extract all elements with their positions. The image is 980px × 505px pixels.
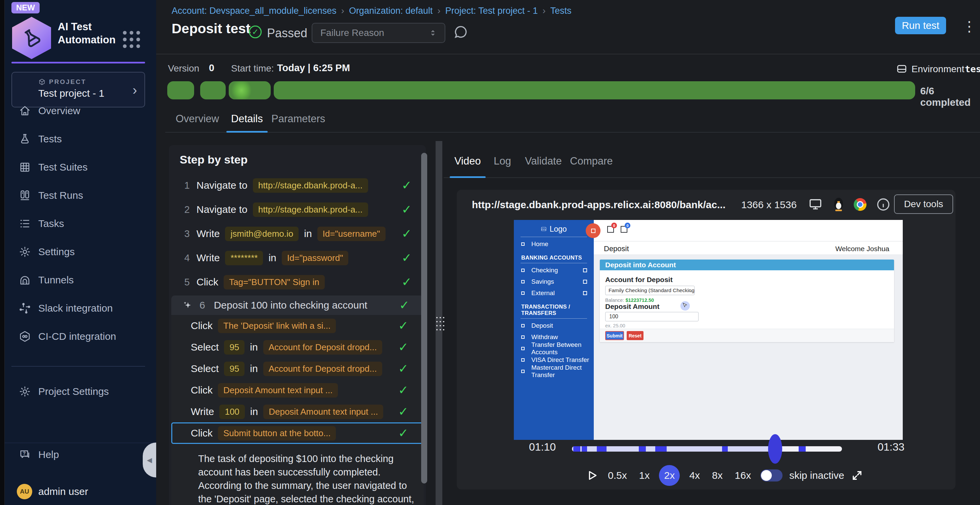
tab-details[interactable]: Details (231, 113, 263, 125)
sidebar-item-label: Settings (38, 246, 75, 257)
bank-content: Deposit into Account Account for Deposit… (594, 255, 903, 440)
scrubber-segment (639, 446, 646, 452)
sidebar-item-test-suites[interactable]: Test Suites (5, 153, 156, 181)
avatar: AU (17, 484, 32, 499)
apps-grid-icon[interactable] (123, 31, 140, 48)
comment-icon[interactable] (453, 24, 469, 40)
bank-sidebar: Logo Home BANKING ACCOUNTSCheckingSaving… (514, 220, 594, 440)
sidebar-item-tests[interactable]: Tests (5, 125, 156, 153)
chevron-right-icon: › (437, 5, 440, 16)
video-frame[interactable]: Logo Home BANKING ACCOUNTSCheckingSaving… (514, 220, 903, 440)
step-row[interactable]: Write100inDeposit Amount text input ...✓ (171, 401, 423, 422)
step-group: 6 Deposit 100 into checking account ✓ Cl… (171, 295, 423, 505)
square-bullet-icon (521, 324, 525, 327)
tab-validate[interactable]: Validate (525, 155, 562, 167)
step-row[interactable]: 4Write********inId="password"✓ (169, 246, 426, 270)
speed-4x[interactable]: 4x (686, 470, 703, 481)
video-scrubber[interactable] (572, 446, 842, 452)
success-check-icon: ✓ (402, 202, 412, 217)
sidebar-item-ci-cd-integration[interactable]: CI-CD integration (5, 322, 156, 351)
sidebar-item-label: Test Suites (38, 162, 88, 173)
success-check-icon: ✓ (402, 251, 412, 265)
step-row[interactable]: ClickThe 'Deposit' link with a si...✓ (171, 315, 423, 337)
sidebar-item-tasks[interactable]: Tasks (5, 210, 156, 238)
fullscreen-icon[interactable] (851, 469, 863, 481)
tab-video[interactable]: Video (454, 155, 481, 167)
step-row[interactable]: 3Writejsmith@demo.ioinId="username"✓ (169, 222, 426, 246)
speed-1x[interactable]: 1x (636, 470, 652, 481)
step-parts: Write********inId="password" (196, 251, 348, 265)
account-label: Account for Deposit (605, 276, 673, 284)
step-row[interactable]: 1Navigate tohttp://stage.dbank.prod-a...… (169, 173, 426, 197)
sidebar-accent-divider (11, 62, 145, 64)
speed-buttons: 0.5x1x2x4x8x16x (605, 465, 754, 486)
step-by-step-panel: Step by step 1Navigate tohttp://stage.db… (169, 145, 426, 505)
step-row[interactable]: 5ClickTag="BUTTON" Sign in✓ (169, 270, 426, 294)
gear-icon (19, 386, 31, 397)
step-selector-chip: Deposit Amount text input ... (263, 405, 383, 419)
drag-handle-icon[interactable] (436, 317, 444, 330)
steps-scrollbar[interactable] (421, 153, 427, 483)
step-selector-chip: Deposit Amount text input ... (218, 383, 338, 397)
step-parts: ClickDeposit Amount text input ... (191, 383, 338, 397)
failure-reason-select[interactable]: Failure Reason (312, 23, 445, 43)
bank-nav-label: Mastercard Direct Transfer (531, 364, 594, 379)
breadcrumb-link[interactable]: Organization: default (349, 6, 433, 16)
app-title: AI Test Automation (58, 20, 128, 46)
sidebar-item-slack-integration[interactable]: Slack integration (5, 294, 156, 322)
step-group-header[interactable]: 6 Deposit 100 into checking account ✓ (171, 295, 423, 315)
tab-overview[interactable]: Overview (176, 113, 219, 125)
step-row[interactable]: Select95inAccount for Deposit dropd...✓ (171, 337, 423, 358)
skip-inactive-toggle[interactable] (760, 469, 783, 481)
progress-segment[interactable] (167, 81, 194, 99)
progress-segment[interactable] (274, 81, 915, 99)
bank-nav-label: VISA Direct Transfer (531, 356, 589, 364)
step-row[interactable]: ClickSubmit button at the botto...✓ (171, 422, 423, 444)
bank-nav-label: Checking (531, 267, 558, 274)
progress-segment-active[interactable] (229, 81, 271, 99)
test-runs-icon (19, 189, 31, 202)
breadcrumb-link[interactable]: Account: Devspace_all_module_licenses (172, 6, 337, 16)
step-row[interactable]: ClickDeposit Amount text input ...✓ (171, 380, 423, 401)
user-profile[interactable]: AU admin user (5, 481, 156, 502)
step-row[interactable]: 2Navigate tohttp://stage.dbank.prod-a...… (169, 197, 426, 222)
balance-text: Balance: $1223712.50 (605, 297, 654, 303)
success-check-icon: ✓ (398, 383, 408, 397)
sidebar-nav: OverviewTestsTest SuitesTest RunsTasksSe… (5, 97, 156, 351)
sidebar-item-settings[interactable]: Settings (5, 238, 156, 266)
speed-0-5x[interactable]: 0.5x (605, 470, 630, 481)
run-test-button[interactable]: Run test (895, 17, 946, 34)
step-parts: ClickThe 'Deposit' link with a si... (191, 319, 336, 333)
breadcrumb-link[interactable]: Project: Test project - 1 (445, 6, 538, 16)
step-row[interactable]: Select95inAccount for Deposit dropd...✓ (171, 358, 423, 380)
sidebar-item-help[interactable]: ? Help (5, 440, 156, 469)
info-icon[interactable] (876, 197, 891, 212)
chrome-icon (854, 198, 867, 211)
sidebar-item-project-settings[interactable]: Project Settings (5, 377, 156, 406)
breadcrumb-link[interactable]: Tests (550, 6, 572, 16)
tab-compare[interactable]: Compare (570, 155, 613, 167)
progress-segment[interactable] (200, 81, 226, 99)
tab-parameters[interactable]: Parameters (271, 113, 325, 125)
play-icon[interactable] (585, 469, 598, 482)
tabs-underline (444, 177, 980, 178)
speed-2x[interactable]: 2x (659, 465, 680, 486)
project-label: PROJECT (49, 78, 86, 86)
red-badge: 0 (611, 222, 617, 228)
window-edge (0, 0, 5, 505)
sidebar-item-overview[interactable]: Overview (5, 97, 156, 125)
user-name: admin user (38, 486, 88, 497)
scrubber-playhead[interactable] (768, 434, 782, 464)
step-selector-chip: Account for Deposit dropd... (263, 340, 382, 354)
dev-tools-button[interactable]: Dev tools (894, 194, 953, 214)
speed-16x[interactable]: 16x (732, 470, 754, 481)
sidebar-item-test-runs[interactable]: Test Runs (5, 181, 156, 210)
sidebar-item-tunnels[interactable]: Tunnels (5, 266, 156, 294)
kebab-menu-icon[interactable]: ⋮ (962, 18, 976, 35)
tab-log[interactable]: Log (494, 155, 511, 167)
bank-nav-label: Savings (531, 278, 554, 286)
step-value-chip: jsmith@demo.io (225, 227, 299, 241)
speed-8x[interactable]: 8x (709, 470, 725, 481)
step-number: 6 (199, 300, 205, 311)
chevron-right-icon: › (341, 5, 344, 16)
